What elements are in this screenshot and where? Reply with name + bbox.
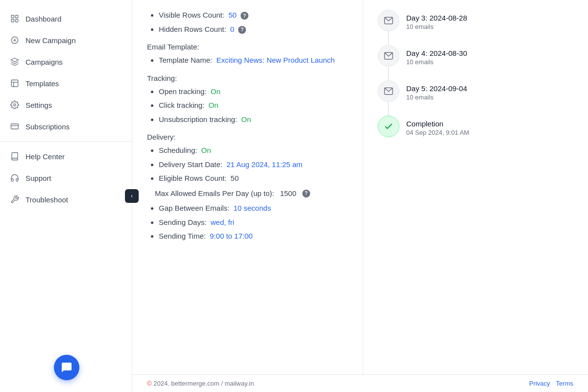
book-icon [10,151,20,161]
gap-between-item: Gap Between Emails: 10 seconds [159,203,335,214]
sending-time-label: Sending Time: [159,232,206,240]
svg-point-11 [14,104,16,106]
sending-days-label: Sending Days: [159,218,207,226]
timeline-content-day5: Day 5: 2024-09-04 10 emails [406,80,467,101]
timeline-panel: Day 3: 2024-08-28 10 emails Day 4: 2024-… [363,0,588,392]
sidebar-item-new-campaign[interactable]: New Campaign [0,29,132,51]
sidebar-item-support[interactable]: Support [0,167,132,189]
hidden-rows-value: 0 [230,25,234,33]
timeline-emails-label: 10 emails [406,58,467,66]
copyright-symbol: © [147,380,152,387]
sidebar-item-help-center[interactable]: Help Center [0,146,132,167]
gap-between-value: 10 seconds [233,204,271,212]
timeline-day-label: Day 5: 2024-09-04 [406,84,467,93]
max-emails-full-item: Max Allowed Emails Per Day (up to): 1500… [147,188,335,199]
timeline-item-day5: Day 5: 2024-09-04 10 emails [378,80,573,102]
sidebar-item-label: Support [25,174,51,182]
max-emails-label: Max Allowed Emails Per Day (up to): [155,188,274,199]
sidebar-collapse-button[interactable]: ‹ [125,189,139,203]
svg-rect-8 [11,80,18,87]
sidebar-item-label: Subscriptions [25,122,70,131]
sending-days-item: Sending Days: wed, fri [159,217,335,228]
unsub-tracking-value: On [241,115,251,123]
timeline-completion-icon [378,116,399,137]
timeline-item-day3: Day 3: 2024-08-28 10 emails [378,10,573,31]
detail-panel: Visible Rows Count: 50 ? Hidden Rows Cou… [132,0,349,392]
svg-rect-0 [11,15,14,18]
scheduling-value: On [201,146,211,154]
card-icon [10,122,20,131]
tracking-section-label: Tracking: [147,74,335,82]
start-date-label: Delivery Start Date: [159,160,222,169]
sending-days-value: wed, fri [211,218,234,226]
chat-button[interactable] [54,355,79,380]
template-name-item: Template Name: Exciting News: New Produc… [159,55,335,66]
delivery-list: Scheduling: On Delivery Start Date: 21 A… [147,145,335,242]
plus-circle-icon [10,35,20,45]
sidebar-item-label: Help Center [25,152,65,161]
timeline-completion-date: 04 Sep 2024, 9:01 AM [406,129,469,136]
chevron-left-icon: ‹ [131,193,133,199]
sending-time-value: 9:00 to 17:00 [210,232,253,240]
grid-icon [10,14,20,24]
open-tracking-item: Open tracking: On [159,86,335,98]
start-date-item: Delivery Start Date: 21 Aug 2024, 11:25 … [159,159,335,171]
timeline-content-day3: Day 3: 2024-08-28 10 emails [406,10,467,30]
privacy-link[interactable]: Privacy [529,380,550,387]
sidebar-item-label: New Campaign [25,36,76,45]
max-emails-help-icon[interactable]: ? [302,190,310,197]
layers-icon [10,57,20,67]
headset-icon [10,173,20,183]
main-content: Visible Rows Count: 50 ? Hidden Rows Cou… [132,0,588,392]
timeline-content-completion: Completion 04 Sep 2024, 9:01 AM [406,116,469,136]
email-template-list: Template Name: Exciting News: New Produc… [147,55,335,66]
svg-rect-12 [11,124,19,129]
svg-rect-2 [11,20,14,22]
scheduling-item: Scheduling: On [159,145,335,156]
rows-info-list: Visible Rows Count: 50 ? Hidden Rows Cou… [147,10,335,35]
gear-icon [10,100,20,110]
timeline-completion-label: Completion [406,120,469,128]
timeline-day-label: Day 3: 2024-08-28 [406,14,467,22]
email-template-section-label: Email Template: [147,43,335,51]
template-name-value[interactable]: Exciting News: New Product Launch [216,56,335,64]
sidebar-item-label: Settings [25,101,52,109]
open-tracking-label: Open tracking: [159,87,207,96]
sidebar-item-label: Templates [25,79,59,88]
sidebar-item-dashboard[interactable]: Dashboard [0,8,132,29]
sidebar: Dashboard New Campaign Campaigns Templat… [0,0,132,392]
svg-rect-3 [16,20,18,22]
unsub-tracking-label: Unsubscription tracking: [159,115,237,123]
unsub-tracking-item: Unsubscription tracking: On [159,114,335,125]
hidden-rows-help-icon[interactable]: ? [238,26,246,34]
sidebar-item-troubleshoot[interactable]: Troubleshoot [0,189,132,210]
footer-links: Privacy Terms [529,380,573,387]
open-tracking-value: On [211,87,220,96]
footer-copyright: © 2024. bettermerge.com / mailway.in [147,380,254,387]
eligible-rows-label: Eligible Rows Count: [159,174,226,182]
sidebar-item-campaigns[interactable]: Campaigns [0,51,132,73]
max-emails-value: 1500 [280,188,296,199]
visible-rows-item: Visible Rows Count: 50 ? [159,10,335,21]
sidebar-item-subscriptions[interactable]: Subscriptions [0,116,132,137]
sidebar-item-label: Dashboard [25,15,61,23]
timeline-emails-label: 10 emails [406,94,467,101]
eligible-rows-value: 50 [231,174,239,182]
visible-rows-help-icon[interactable]: ? [241,12,248,20]
terms-link[interactable]: Terms [556,380,573,387]
click-tracking-item: Click tracking: On [159,100,335,111]
start-date-value: 21 Aug 2024, 11:25 am [226,160,302,169]
svg-marker-7 [11,58,19,62]
sidebar-item-templates[interactable]: Templates [0,73,132,94]
template-icon [10,78,20,88]
sidebar-item-settings[interactable]: Settings [0,94,132,116]
content-wrapper: Visible Rows Count: 50 ? Hidden Rows Cou… [132,0,588,392]
timeline-item-day4: Day 4: 2024-08-30 10 emails [378,45,573,67]
hidden-rows-item: Hidden Rows Count: 0 ? [159,24,335,35]
footer-copy-text: 2024. bettermerge.com / mailway.in [153,380,254,387]
timeline-emails-label: 10 emails [406,23,467,30]
timeline-item-completion: Completion 04 Sep 2024, 9:01 AM [378,116,573,137]
sidebar-item-label: Troubleshoot [25,196,68,204]
wrench-icon [10,195,20,204]
timeline-content-day4: Day 4: 2024-08-30 10 emails [406,45,467,66]
